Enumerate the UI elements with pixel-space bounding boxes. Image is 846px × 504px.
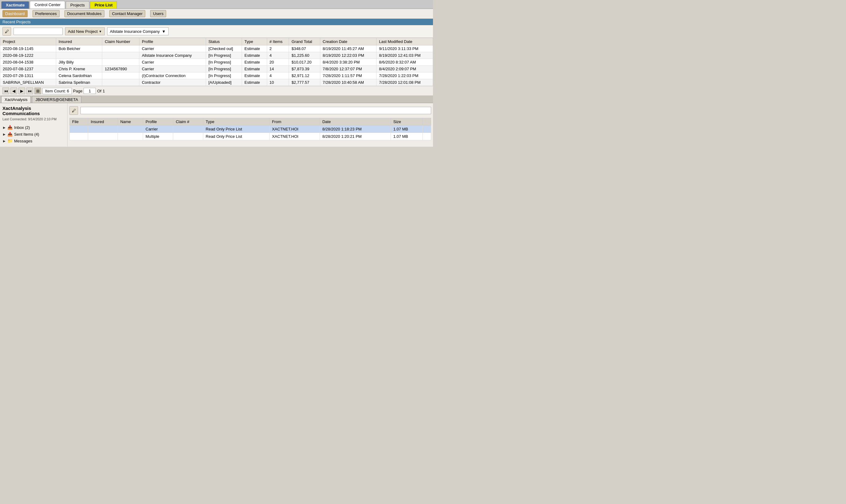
list-item[interactable]: CarrierRead Only Price ListXACTNET.HOI8/… (70, 126, 431, 133)
page-number-input[interactable] (84, 88, 96, 94)
tree-item-sent[interactable]: ▶ 📤 Sent Items (4) (2, 131, 65, 138)
comm-col-size: Size (391, 118, 423, 126)
comm-search-input[interactable] (81, 107, 431, 114)
col-type: Type (242, 38, 267, 46)
nav-bar: Dashboard Preferences Document Modules C… (0, 9, 433, 19)
col-creation-date: Creation Date (320, 38, 376, 46)
of-value: 1 (103, 89, 105, 93)
col-status: Status (206, 38, 242, 46)
xact-sidebar: XactAnalysis Communications Last Connect… (0, 103, 68, 147)
comm-eraser-icon: 🖊 (72, 108, 76, 113)
messages-expand-arrow: ▶ (3, 139, 5, 143)
col-grand-total: Grand Total (289, 38, 320, 46)
nav-dashboard[interactable]: Dashboard (2, 10, 28, 17)
table-row[interactable]: 2020-08-04-1538Jilly BillyCarrier[In Pro… (0, 59, 433, 66)
col-project: Project (0, 38, 56, 46)
recent-projects-section: Recent Projects 🖊 Add New Project ▼ Alls… (0, 19, 433, 95)
comm-toolbar: 🖊 (69, 105, 431, 116)
col-items: # Items (267, 38, 289, 46)
xact-tab-2[interactable]: JBOWERS@GENBETA (32, 96, 82, 103)
comm-col-insured: Insured (88, 118, 118, 126)
projects-toolbar: 🖊 Add New Project ▼ Allstate Insurance C… (0, 25, 433, 38)
clear-button[interactable]: 🖊 (2, 27, 11, 36)
comm-col-date: Date (320, 118, 391, 126)
recent-projects-header: Recent Projects (0, 19, 433, 25)
comm-col-extra (423, 118, 431, 126)
top-tab-bar: Xactimate Control Center Projects Price … (0, 0, 433, 9)
xact-analysis-section: XactAnalysis JBOWERS@GENBETA XactAnalysi… (0, 95, 433, 147)
nav-contact-manager[interactable]: Contact Manager (109, 10, 145, 17)
grid-icon: ⊞ (36, 89, 40, 93)
xact-content: XactAnalysis Communications Last Connect… (0, 103, 433, 147)
item-count-label: Item Count: 6 (42, 88, 72, 94)
messages-label: Messages (14, 139, 32, 143)
comm-clear-button[interactable]: 🖊 (69, 106, 78, 115)
eraser-icon: 🖊 (5, 29, 9, 34)
tab-projects[interactable]: Projects (66, 1, 89, 8)
inbox-icon: 📥 (7, 125, 13, 130)
add-project-dropdown-arrow: ▼ (99, 30, 102, 33)
projects-table-wrapper: Project Insured Claim Number Profile Sta… (0, 38, 433, 86)
inbox-label: Inbox (2) (14, 125, 30, 130)
comm-col-from: From (269, 118, 320, 126)
table-row[interactable]: 2020-08-19-1145Bob BelcherCarrier[Checke… (0, 46, 433, 52)
nav-document-modules[interactable]: Document Modules (65, 10, 104, 17)
comm-col-claim: Claim # (173, 118, 203, 126)
xact-last-connected: Last Connected: 9/14/2020 2:10 PM (2, 117, 65, 121)
sent-expand-arrow: ▶ (3, 132, 5, 136)
list-item[interactable]: MultipleRead Only Price ListXACTNET.HOI8… (70, 133, 431, 140)
grid-view-button[interactable]: ⊞ (34, 88, 41, 94)
xact-comm-title: XactAnalysis Communications (2, 106, 65, 116)
search-input[interactable] (14, 28, 63, 35)
table-row[interactable]: 2020-08-19-1222Allstate Insurance Compan… (0, 52, 433, 59)
first-page-icon: ⏮ (4, 89, 8, 93)
tree-item-inbox[interactable]: ▶ 📥 Inbox (2) (2, 124, 65, 131)
table-row[interactable]: 2020-07-08-1237Chris P. Kreme1234567890C… (0, 66, 433, 72)
nav-preferences[interactable]: Preferences (33, 10, 59, 17)
sent-items-label: Sent Items (4) (14, 132, 39, 137)
company-dropdown[interactable]: Allstate Insurance Company ▼ (107, 27, 169, 35)
page-label: Page (73, 89, 82, 93)
last-page-icon: ⏭ (28, 89, 32, 93)
comm-col-profile: Profile (143, 118, 173, 126)
next-page-button[interactable]: ▶ (18, 88, 25, 94)
inbox-expand-arrow: ▶ (3, 126, 5, 129)
of-label: Of (97, 89, 101, 93)
prev-page-button[interactable]: ◀ (11, 88, 17, 94)
add-project-button[interactable]: Add New Project ▼ (65, 27, 105, 35)
first-page-button[interactable]: ⏮ (2, 88, 9, 94)
table-row[interactable]: 2020-07-28-1311Celena Sardothian(I)Contr… (0, 72, 433, 79)
tree-item-messages[interactable]: ▶ 📁 Messages (2, 138, 65, 144)
sent-items-icon: 📤 (7, 132, 13, 137)
pagination-row: ⏮ ◀ ▶ ⏭ ⊞ Item Count: 6 Page Of 1 (0, 86, 433, 95)
col-insured: Insured (56, 38, 102, 46)
table-row[interactable]: SABRINA_SPELLMANSabrina SpellmanContract… (0, 79, 433, 86)
col-profile: Profile (139, 38, 206, 46)
col-last-modified-date: Last Modified Date (376, 38, 433, 46)
next-page-icon: ▶ (20, 89, 23, 93)
xact-tab-1[interactable]: XactAnalysis (1, 96, 31, 103)
xact-main-area: 🖊 File Insured Name Profile Claim # Type… (68, 103, 433, 147)
comm-table: File Insured Name Profile Claim # Type F… (69, 118, 431, 140)
messages-icon: 📁 (7, 139, 13, 143)
nav-users[interactable]: Users (150, 10, 166, 17)
tab-price-list[interactable]: Price List (90, 1, 117, 8)
col-claim-number: Claim Number (102, 38, 139, 46)
tab-control-center[interactable]: Control Center (30, 1, 65, 8)
comm-col-type: Type (203, 118, 269, 126)
xact-tab-bar: XactAnalysis JBOWERS@GENBETA (0, 95, 433, 103)
prev-page-icon: ◀ (12, 89, 15, 93)
company-dropdown-arrow: ▼ (162, 29, 166, 34)
tab-xactimate[interactable]: Xactimate (1, 1, 29, 8)
comm-col-name: Name (118, 118, 143, 126)
comm-col-file: File (70, 118, 88, 126)
last-page-button[interactable]: ⏭ (27, 88, 33, 94)
projects-table: Project Insured Claim Number Profile Sta… (0, 38, 433, 86)
